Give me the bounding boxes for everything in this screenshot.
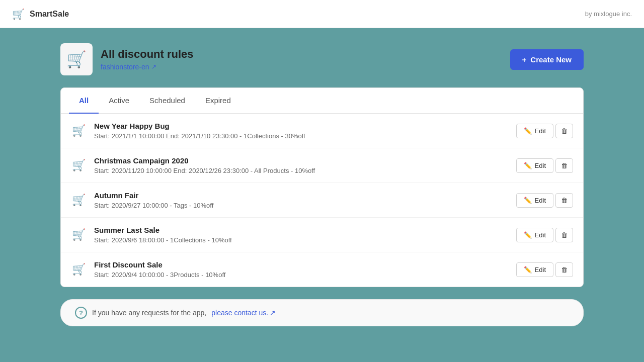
edit-icon: ✏️ [524,197,532,204]
rule-cart-icon: 🛒 [71,194,86,207]
edit-icon: ✏️ [524,162,532,169]
delete-button[interactable]: 🗑 [555,262,573,277]
rule-name: Christmas Campaign 2020 [94,156,508,165]
help-icon: ? [75,307,87,319]
rule-cart-icon: 🛒 [71,124,86,137]
create-btn-label: Create New [530,55,572,64]
app-name: SmartSale [30,10,69,19]
rule-name: New Year Happy Bug [94,122,508,130]
rule-row: 🛒 New Year Happy Bug Start: 2021/1/1 10:… [61,114,583,148]
app-logo-icon: 🛒 [12,8,25,20]
edit-button[interactable]: ✏️ Edit [516,158,553,173]
rule-actions: ✏️ Edit 🗑 [516,262,573,277]
rule-details: Start: 2020/11/20 10:00:00 End: 2020/12/… [94,167,508,174]
rule-info: Summer Last Sale Start: 2020/9/6 18:00:0… [94,226,508,244]
tab-all[interactable]: All [69,88,99,114]
delete-button[interactable]: 🗑 [555,124,573,138]
rule-details: Start: 2021/1/1 10:00:00 End: 2021/1/10 … [94,132,508,140]
rule-actions: ✏️ Edit 🗑 [516,158,573,173]
rule-row: 🛒 Christmas Campaign 2020 Start: 2020/11… [61,148,583,183]
rule-actions: ✏️ Edit 🗑 [516,193,573,208]
rule-row: 🛒 First Discount Sale Start: 2020/9/4 10… [61,252,583,287]
rule-row: 🛒 Summer Last Sale Start: 2020/9/6 18:00… [61,218,583,252]
delete-button[interactable]: 🗑 [555,193,573,208]
rule-cart-icon: 🛒 [71,159,86,172]
rule-details: Start: 2020/9/4 10:00:00 - 3Products - 1… [94,271,508,279]
external-link-icon: ↗ [270,309,276,317]
rule-info: Autumn Fair Start: 2020/9/27 10:00:00 - … [94,191,508,209]
store-link-text: fashionstore-en [101,63,149,71]
rule-details: Start: 2020/9/6 18:00:00 - 1Collections … [94,236,508,244]
rule-cart-icon: 🛒 [71,263,86,276]
rule-actions: ✏️ Edit 🗑 [516,228,573,242]
page-header: 🛒 All discount rules fashionstore-en ↗ +… [60,43,584,75]
trash-icon: 🗑 [561,266,568,274]
rule-actions: ✏️ Edit 🗑 [516,124,573,138]
edit-button[interactable]: ✏️ Edit [516,228,553,242]
edit-button[interactable]: ✏️ Edit [516,262,553,277]
rule-row: 🛒 Autumn Fair Start: 2020/9/27 10:00:00 … [61,183,583,218]
rule-info: New Year Happy Bug Start: 2021/1/1 10:00… [94,122,508,140]
rule-name: First Discount Sale [94,260,508,269]
edit-icon: ✏️ [524,127,532,135]
edit-label: Edit [535,266,546,274]
page-container: 🛒 All discount rules fashionstore-en ↗ +… [60,43,584,326]
rules-panel: All Active Scheduled Expired 🛒 New Year … [60,87,584,287]
rule-info: First Discount Sale Start: 2020/9/4 10:0… [94,260,508,279]
store-link[interactable]: fashionstore-en ↗ [101,63,194,71]
plus-icon: + [522,55,527,64]
rule-cart-icon: 🛒 [71,228,86,241]
page-header-left: 🛒 All discount rules fashionstore-en ↗ [60,43,194,75]
edit-icon: ✏️ [524,231,532,239]
edit-label: Edit [535,127,546,135]
trash-icon: 🗑 [561,162,568,169]
rule-name: Summer Last Sale [94,226,508,234]
contact-us-link[interactable]: please contact us. ↗ [211,309,276,317]
header-left: 🛒 SmartSale [12,8,69,20]
trash-icon: 🗑 [561,197,568,204]
edit-button[interactable]: ✏️ Edit [516,124,553,138]
delete-button[interactable]: 🗑 [555,158,573,173]
edit-label: Edit [535,231,546,239]
main-content: 🛒 All discount rules fashionstore-en ↗ +… [0,28,644,362]
edit-label: Edit [535,162,546,169]
edit-button[interactable]: ✏️ Edit [516,193,553,208]
trash-icon: 🗑 [561,127,568,135]
trash-icon: 🗑 [561,231,568,239]
edit-label: Edit [535,197,546,204]
contact-us-text: please contact us. [211,309,268,317]
page-icon: 🛒 [60,43,93,75]
tab-expired[interactable]: Expired [195,88,241,114]
cart-icon: 🛒 [66,50,87,69]
delete-button[interactable]: 🗑 [555,228,573,242]
tab-scheduled[interactable]: Scheduled [139,88,195,114]
create-new-button[interactable]: + Create New [510,49,584,70]
app-header: 🛒 SmartSale by mixlogue inc. [0,0,644,28]
rule-info: Christmas Campaign 2020 Start: 2020/11/2… [94,156,508,174]
footer-text: If you have any requests for the app, [92,309,206,317]
page-title-block: All discount rules fashionstore-en ↗ [101,48,194,71]
external-link-icon: ↗ [151,63,156,70]
tabs-bar: All Active Scheduled Expired [61,88,583,114]
header-byline: by mixlogue inc. [585,10,632,18]
rule-details: Start: 2020/9/27 10:00:00 - Tags - 10%of… [94,202,508,209]
tab-active[interactable]: Active [99,88,139,114]
edit-icon: ✏️ [524,266,532,274]
page-title: All discount rules [101,48,194,61]
rule-name: Autumn Fair [94,191,508,200]
footer-note: ? If you have any requests for the app, … [60,299,584,326]
